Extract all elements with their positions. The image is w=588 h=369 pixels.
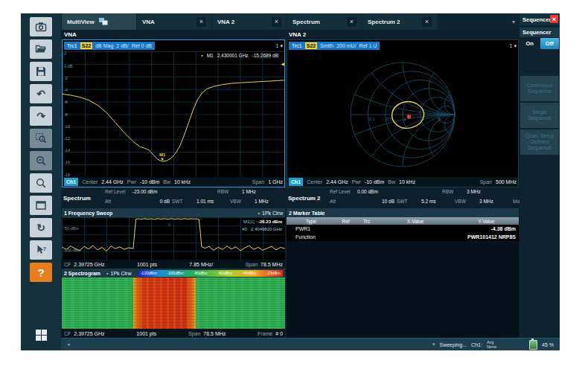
vbw-value[interactable]: 1 MHz <box>255 199 286 204</box>
vna2-trace-chip[interactable]: Trc1 S22 Smith 200 mU/ Ref 1 U <box>289 42 380 50</box>
screenshot-camera-button[interactable] <box>30 17 52 36</box>
att-label: Att <box>105 199 130 204</box>
spg-span-value[interactable]: 78.5 MHz <box>203 331 226 336</box>
undo-button[interactable]: ↶ <box>30 84 52 103</box>
tab-spectrum[interactable]: Spectrum× <box>287 13 362 30</box>
context-help-button[interactable]: ? <box>30 240 52 260</box>
sparam-chip: S22 <box>305 42 317 49</box>
table-row[interactable]: FunctionPWR101412 NRP8S <box>287 233 519 241</box>
save-button[interactable] <box>30 62 52 81</box>
vna2-window[interactable]: Trc1 S22 Smith 200 mU/ Ref 1 U 1 ▾ <box>287 39 519 187</box>
sweep-span-value[interactable]: 78.5 MHz <box>261 262 283 267</box>
vna-window[interactable]: Trc1 S22 dB Mag 2 dB/ Ref 0 dB 1 ▾ <box>62 39 285 187</box>
vna-trace-chip[interactable]: Trc1 S22 dB Mag 2 dB/ Ref 0 dB <box>64 42 155 50</box>
left-toolbar: ↶ ↷ ↻ ? ? <box>21 13 61 350</box>
spectrogram-footer: CF 2.39725 GHz 1001 pts Span 78.5 MHz Fr… <box>62 329 285 338</box>
vna-trace-selector[interactable]: 1 ▾ <box>276 43 283 49</box>
display-window-button[interactable] <box>30 196 52 215</box>
vna-trace-svg <box>63 51 284 177</box>
spectrum2-window-title: Spectrum 2 <box>288 188 327 208</box>
smith-chart-svg: 0.20.5125 <box>340 52 465 177</box>
rbw-value[interactable]: 1 MHz <box>242 189 256 194</box>
redo-button[interactable]: ↷ <box>30 106 52 126</box>
tab-vna-2[interactable]: VNA 2× <box>212 13 287 30</box>
frame-value[interactable]: # 0 <box>275 331 283 336</box>
tab-close-icon[interactable]: × <box>272 17 281 27</box>
att-value[interactable]: 10 dB <box>357 199 394 204</box>
color-scale-label: -100dBm <box>167 271 183 275</box>
vna-plot[interactable]: 20 dB-2-4-6-8-10-12-14-16-18 • M1 2.4300… <box>63 51 284 177</box>
tab-spectrum-2[interactable]: Spectrum 2× <box>362 13 437 30</box>
open-folder-icon <box>35 43 47 55</box>
status-collapse-icon[interactable]: ◂ <box>67 341 70 347</box>
refresh-button[interactable]: ↻ <box>30 218 52 237</box>
windows-start-button[interactable] <box>30 325 52 344</box>
span-value[interactable]: 500 MHz <box>496 179 517 184</box>
tab-close-icon[interactable]: × <box>196 17 206 27</box>
sweep-span-label: Span <box>246 262 258 267</box>
vna-trace-header: Trc1 S22 dB Mag 2 dB/ Ref 0 dB 1 ▾ <box>63 40 284 51</box>
cf-value[interactable]: 2.39725 GHz <box>74 262 104 267</box>
swt-value[interactable]: 5.2 ms <box>421 199 453 204</box>
span-label: Span <box>252 179 264 184</box>
frequency-sweep-plot[interactable]: -50 dBm-100 dBm ▽ M1[1]-26.23 dBm #02.40… <box>62 217 285 260</box>
tab-multiview[interactable]: MultiView <box>62 13 136 30</box>
spectrogram-display[interactable] <box>62 277 285 329</box>
swt-value[interactable]: 1.01 ms <box>196 199 228 204</box>
vna-y-label: -8 <box>64 112 68 117</box>
magnifier-icon <box>35 177 47 189</box>
sweep-status-text: Sweeping... <box>439 342 467 347</box>
spg-cf-value[interactable]: 2.39725 GHz <box>74 331 104 336</box>
svg-text:?: ? <box>43 246 47 252</box>
softkey-chan-setup-defined-sequence[interactable]: Chan. Setup Defined Sequence <box>520 129 559 155</box>
center-value[interactable]: 2.44 GHz <box>101 179 124 184</box>
marker-table-header[interactable]: 2 Marker Table <box>287 208 519 217</box>
zoom-out-button[interactable] <box>30 151 52 170</box>
status-dropdown-icon[interactable]: ▾ <box>432 341 435 347</box>
zoom-select-icon <box>35 132 47 144</box>
pwr-value[interactable]: -10 dBm <box>365 179 384 184</box>
smith-chart[interactable]: 0.20.5125 <box>287 51 518 177</box>
table-cell-y: PWR101412 NRP8S <box>454 234 519 240</box>
vna-y-label: -2 <box>64 76 68 80</box>
bw-value[interactable]: 10 kHz <box>399 179 415 184</box>
ref-level-value[interactable]: 0.00 dBm <box>357 189 394 194</box>
tab-close-icon[interactable]: × <box>422 17 432 27</box>
close-icon[interactable]: × <box>550 15 558 23</box>
cf-label: CF <box>64 262 71 267</box>
vbw-label: VBW <box>455 199 477 204</box>
ref-level-value[interactable]: -23.00 dBm <box>132 189 170 194</box>
channel-chip[interactable]: Ch1 <box>64 178 78 186</box>
softkey-single-sequence[interactable]: Single Sequence <box>520 103 559 128</box>
m1-marker-symbol[interactable]: M1 ▼ <box>159 153 165 161</box>
vna2-trace-header: Trc1 S22 Smith 200 mU/ Ref 1 U 1 ▾ <box>287 40 518 51</box>
center-value[interactable]: 2.44 GHz <box>326 179 348 184</box>
help-button[interactable]: ? <box>30 263 52 282</box>
spectrogram-header[interactable]: 2 Spectrogram •1Pk Clrw -120dBm-100dBm-8… <box>62 269 285 277</box>
spectrogram-legend-bullet-icon: • <box>106 271 108 276</box>
vbw-value[interactable]: 3 MHz <box>479 199 511 204</box>
frequency-sweep-header[interactable]: 1 Frequency Sweep •1Pk Clrw <box>62 208 285 217</box>
marker-bullet-icon: • <box>201 53 202 58</box>
softkey-continuous-sequence[interactable]: Continuous Sequence <box>520 76 559 101</box>
sequencer-on-button[interactable]: On <box>520 38 540 49</box>
span-value[interactable]: 1 GHz <box>268 179 283 184</box>
sequencer-off-button[interactable]: Off <box>540 38 560 49</box>
tab-close-icon[interactable]: × <box>347 17 357 27</box>
open-file-button[interactable] <box>30 39 52 59</box>
channel-chip[interactable]: Ch1 <box>289 178 303 186</box>
tab-vna[interactable]: VNA× <box>137 13 211 30</box>
right-part: MultiViewVNA×VNA 2×Spectrum×Spectrum 2×▾… <box>61 13 560 350</box>
table-row[interactable]: PWR1-4.38 dBm <box>287 225 519 233</box>
multiview-workarea: VNA Trc1 S22 dB Mag 2 dB/ Ref 0 dB 1 ▾ <box>61 30 520 338</box>
frequency-sweep-footer: CF 2.39725 GHz 1001 pts 7.85 MHz/ Span 7… <box>62 260 285 269</box>
att-value[interactable]: 0 dB <box>132 199 170 204</box>
vna2-trace-selector[interactable]: 1 ▾ <box>510 43 517 49</box>
tab-overflow-icon[interactable]: ▾ <box>512 19 520 25</box>
zoom-button[interactable] <box>30 173 52 193</box>
pwr-value[interactable]: -10 dBm <box>140 179 159 184</box>
bw-value[interactable]: 10 kHz <box>174 179 191 184</box>
zoom-select-button[interactable] <box>30 129 52 148</box>
rbw-value[interactable]: 3 MHz <box>467 189 481 194</box>
span-label: Span <box>480 179 492 184</box>
